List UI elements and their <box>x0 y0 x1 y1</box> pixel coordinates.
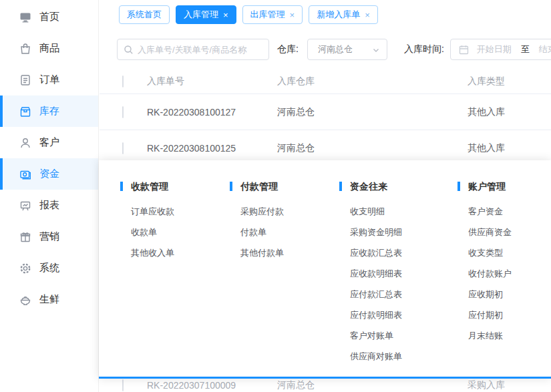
sidebar-item-marketing[interactable]: 营销 <box>0 221 98 252</box>
menu-item[interactable]: 应付期初 <box>468 305 512 325</box>
close-icon[interactable]: × <box>290 11 295 19</box>
app-window: 首页 商品 订单 库存 <box>0 0 551 392</box>
gear-icon <box>19 262 32 275</box>
menu-item[interactable]: 付款单 <box>240 222 284 242</box>
menu-item[interactable]: 收支类型 <box>468 242 512 263</box>
tab-label: 入库管理 <box>184 9 218 21</box>
menu-section-account-management: 账户管理 客户资金 供应商资金 收支类型 收付款账户 应收期初 应付期初 月末结… <box>468 160 512 346</box>
sidebar-item-label: 资金 <box>39 168 59 180</box>
report-chart-icon <box>19 199 32 212</box>
section-title: 资金往来 <box>350 181 402 192</box>
sidebar-item-reports[interactable]: 报表 <box>0 190 98 221</box>
row-checkbox[interactable] <box>122 142 124 154</box>
date-start-placeholder[interactable]: 开始日期 <box>477 43 512 55</box>
tab-inbound-management[interactable]: 入库管理 × <box>176 5 236 24</box>
menu-item[interactable]: 供应商对账单 <box>350 346 402 367</box>
sidebar-item-home[interactable]: 首页 <box>0 1 98 33</box>
wallet-money-icon <box>19 168 32 181</box>
search-box <box>117 39 269 60</box>
sidebar-item-fresh[interactable]: 生鲜 <box>0 284 98 315</box>
section-title: 收款管理 <box>131 181 174 192</box>
tab-label: 出库管理 <box>250 9 285 21</box>
home-monitor-icon <box>19 11 32 24</box>
section-marker-bar <box>339 182 342 191</box>
menu-item[interactable]: 客户对账单 <box>350 325 402 346</box>
funds-mega-menu: 收款管理 订单应收款 收款单 其他收入单 付款管理 采购应付款 付款单 其他付款… <box>99 160 551 379</box>
cell-warehouse: 河南总仓 <box>277 142 315 154</box>
sidebar-item-funds[interactable]: 资金 <box>0 158 98 190</box>
row-checkbox[interactable] <box>122 106 124 118</box>
cell-type: 其他入库 <box>468 142 505 154</box>
order-document-icon <box>19 73 32 87</box>
chevron-down-icon <box>372 46 380 54</box>
close-icon[interactable]: × <box>365 11 370 19</box>
date-end-placeholder[interactable]: 结束日期 <box>539 43 551 55</box>
cell-type: 其他入库 <box>468 106 505 118</box>
menu-section-payment-management: 付款管理 采购应付款 付款单 其他付款单 <box>240 160 284 263</box>
column-header-order-no: 入库单号 <box>147 75 184 87</box>
tab-label: 系统首页 <box>127 9 162 21</box>
tab-system-home[interactable]: 系统首页 <box>119 5 170 24</box>
sidebar-item-system[interactable]: 系统 <box>0 252 98 284</box>
menu-item[interactable]: 应收款汇总表 <box>350 242 402 263</box>
sidebar-item-label: 库存 <box>39 105 59 118</box>
person-icon <box>19 136 32 150</box>
menu-section-fund-transactions: 资金往来 收支明细 采购资金明细 应收款汇总表 应收款明细表 应付款汇总表 应付… <box>350 160 402 367</box>
shopping-bag-icon <box>19 42 32 55</box>
sidebar-item-label: 报表 <box>39 199 59 212</box>
cell-warehouse: 河南总仓 <box>277 106 315 118</box>
sidebar: 首页 商品 订单 库存 <box>0 0 99 392</box>
section-marker-bar <box>457 182 460 191</box>
cell-order-no: RK-20220308100125 <box>147 143 236 154</box>
menu-item[interactable]: 应付款明细表 <box>350 305 402 325</box>
menu-item[interactable]: 应收款明细表 <box>350 263 402 284</box>
menu-item[interactable]: 采购资金明细 <box>350 222 402 242</box>
menu-item[interactable]: 收款单 <box>131 222 174 242</box>
menu-item[interactable]: 收付款账户 <box>468 263 512 284</box>
tab-new-inbound-order[interactable]: 新增入库单 × <box>309 5 378 24</box>
column-header-warehouse: 入库仓库 <box>277 75 315 87</box>
menu-item[interactable]: 应付款汇总表 <box>350 284 402 305</box>
close-icon[interactable]: × <box>223 11 228 19</box>
menu-item[interactable]: 订单应收款 <box>131 201 174 222</box>
menu-item[interactable]: 客户资金 <box>468 201 512 222</box>
sidebar-item-products[interactable]: 商品 <box>0 33 98 64</box>
sidebar-item-label: 首页 <box>39 11 59 23</box>
select-all-checkbox[interactable] <box>122 75 124 87</box>
menu-item[interactable]: 月末结账 <box>468 325 512 346</box>
cell-type: 采购入库 <box>468 379 505 391</box>
row-checkbox[interactable] <box>122 379 124 391</box>
filter-bar: 仓库: 河南总仓 入库时间: 开始日期 至 结束日期 <box>117 39 551 60</box>
inbound-orders-table: 入库单号 入库仓库 入库类型 RK-20220308100127 河南总仓 其他… <box>100 69 551 166</box>
menu-item[interactable]: 采购应付款 <box>240 201 284 222</box>
gift-icon <box>19 230 32 244</box>
menu-item[interactable]: 供应商资金 <box>468 222 512 242</box>
sidebar-item-orders[interactable]: 订单 <box>0 64 98 95</box>
sidebar-item-inventory[interactable]: 库存 <box>0 95 98 127</box>
section-marker-bar <box>120 182 123 191</box>
menu-item[interactable]: 收支明细 <box>350 201 402 222</box>
date-range-separator: 至 <box>521 43 530 55</box>
search-input[interactable] <box>138 39 264 59</box>
calendar-icon <box>459 45 469 55</box>
sidebar-item-label: 营销 <box>39 230 59 243</box>
tab-outbound-management[interactable]: 出库管理 × <box>242 5 303 24</box>
warehouse-label: 仓库: <box>277 43 299 55</box>
section-title: 付款管理 <box>240 181 284 192</box>
sidebar-item-label: 生鲜 <box>39 293 59 306</box>
table-row[interactable]: RK-20220308100127 河南总仓 其他入库 <box>100 94 551 130</box>
sidebar-item-customers[interactable]: 客户 <box>0 127 98 158</box>
tab-label: 新增入库单 <box>317 9 360 21</box>
sidebar-item-label: 商品 <box>39 42 59 55</box>
inbound-time-label: 入库时间: <box>404 43 444 55</box>
table-header-row: 入库单号 入库仓库 入库类型 <box>100 69 551 94</box>
menu-item[interactable]: 应收期初 <box>468 284 512 305</box>
date-range-picker[interactable]: 开始日期 至 结束日期 <box>450 39 551 60</box>
warehouse-select[interactable]: 河南总仓 <box>307 39 387 60</box>
menu-item[interactable]: 其他付款单 <box>240 242 284 263</box>
sidebar-item-label: 订单 <box>39 73 59 86</box>
search-icon <box>124 45 134 55</box>
menu-item[interactable]: 其他收入单 <box>131 242 174 263</box>
section-marker-bar <box>230 182 232 191</box>
warehouse-selected-value: 河南总仓 <box>318 43 353 55</box>
